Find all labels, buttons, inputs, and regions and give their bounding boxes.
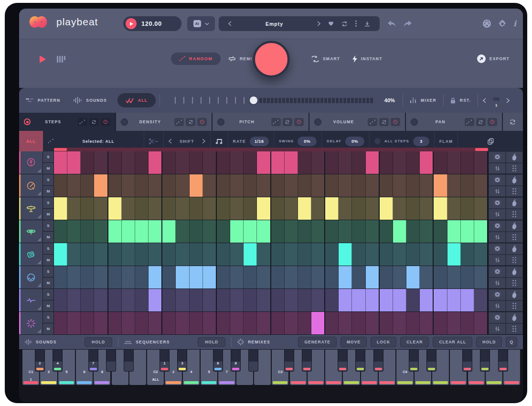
track-3-step-18[interactable] xyxy=(285,197,298,220)
undo-button[interactable] xyxy=(387,20,397,28)
track-7-step-21[interactable] xyxy=(325,289,339,311)
track-6-step-6[interactable] xyxy=(122,266,135,288)
tab-knob-icon[interactable] xyxy=(314,118,321,126)
track-4-step-18[interactable] xyxy=(285,220,298,243)
track-1-step-20[interactable] xyxy=(311,151,325,174)
track-6-step-3[interactable] xyxy=(81,266,94,288)
midi-settings-icon[interactable] xyxy=(482,19,491,28)
track-4-step-23[interactable] xyxy=(352,220,365,243)
page-prev-icon[interactable] xyxy=(483,98,486,103)
drag-dots-button[interactable] xyxy=(506,278,523,289)
track-3-step-5[interactable] xyxy=(108,197,122,220)
track-6-step-10[interactable] xyxy=(176,266,189,288)
track-1-step-19[interactable] xyxy=(298,151,311,174)
track-1-step-11[interactable] xyxy=(190,151,203,174)
drag-dots-button[interactable] xyxy=(506,255,523,266)
track-expand-triangle[interactable] xyxy=(37,169,41,172)
track-3-step-20[interactable] xyxy=(311,197,325,220)
track-2-step-20[interactable] xyxy=(311,174,325,197)
sounds-hold-button[interactable]: HOLD xyxy=(85,337,112,347)
black-key-G#4[interactable] xyxy=(480,349,490,372)
track-7-step-13[interactable] xyxy=(217,289,230,311)
track-8-step-7[interactable] xyxy=(135,312,149,334)
track-6-step-15[interactable] xyxy=(244,266,257,288)
track-5-icon-cell[interactable] xyxy=(19,243,43,266)
track-5-step-12[interactable] xyxy=(203,243,217,266)
track-5-step-14[interactable] xyxy=(230,243,244,266)
track-5-step-22[interactable] xyxy=(339,243,352,266)
track-4-step-4[interactable] xyxy=(94,220,108,243)
track-6-step-13[interactable] xyxy=(217,266,230,288)
track-8-step-2[interactable] xyxy=(67,312,81,334)
lock-button[interactable]: LOCK xyxy=(371,337,396,347)
black-key-C#4[interactable] xyxy=(409,349,419,372)
track-1-step-14[interactable] xyxy=(230,151,244,174)
track-6-step-31[interactable] xyxy=(461,266,474,288)
drag-dots-button[interactable] xyxy=(506,186,523,197)
clear-row-button[interactable] xyxy=(489,174,506,186)
track-7-step-9[interactable] xyxy=(162,289,176,311)
track-5-step-15[interactable] xyxy=(244,243,257,266)
track-4-step-12[interactable] xyxy=(203,220,217,243)
generate-button[interactable]: GENERATE xyxy=(298,337,337,347)
track-5-step-5[interactable] xyxy=(108,243,122,266)
track-8-step-5[interactable] xyxy=(108,312,122,334)
track-1-step-12[interactable] xyxy=(203,151,217,174)
track-5-step-27[interactable] xyxy=(406,243,420,266)
track-6-step-22[interactable] xyxy=(339,266,352,288)
track-1-step-28[interactable] xyxy=(420,151,434,174)
drag-dots-button[interactable] xyxy=(506,163,523,174)
track-5-step-20[interactable] xyxy=(311,243,325,266)
track-2-step-11[interactable] xyxy=(190,174,203,197)
track-2-step-6[interactable] xyxy=(122,174,135,197)
track-6-step-16[interactable] xyxy=(257,266,271,288)
track-5-step-16[interactable] xyxy=(257,243,271,266)
track-3-step-6[interactable] xyxy=(122,197,135,220)
track-2-step-5[interactable] xyxy=(108,174,122,197)
track-8-step-13[interactable] xyxy=(217,312,230,334)
track-5-step-10[interactable] xyxy=(176,243,189,266)
track-3-step-30[interactable] xyxy=(447,197,461,220)
track-8-step-17[interactable] xyxy=(271,312,285,334)
track-6-step-2[interactable] xyxy=(67,266,81,288)
tab-randomize-icon[interactable] xyxy=(271,118,281,126)
track-7-step-7[interactable] xyxy=(135,289,149,311)
smart-button[interactable]: SMART xyxy=(311,53,340,65)
track-1-step-5[interactable] xyxy=(108,151,122,174)
track-1-step-29[interactable] xyxy=(434,151,447,174)
main-trigger-button[interactable] xyxy=(253,41,290,78)
track-1-step-17[interactable] xyxy=(271,151,285,174)
instant-button[interactable]: INSTANT xyxy=(352,53,383,65)
black-key-A#3[interactable] xyxy=(373,349,383,372)
flam-label[interactable]: FLAM xyxy=(439,139,453,144)
track-7-step-26[interactable] xyxy=(393,289,406,311)
track-2-step-12[interactable] xyxy=(203,174,217,197)
track-1-step-25[interactable] xyxy=(380,151,393,174)
bpm-value[interactable]: 120.00 xyxy=(141,20,162,27)
track-2-step-13[interactable] xyxy=(217,174,230,197)
track-6-step-7[interactable] xyxy=(135,266,149,288)
track-7-step-18[interactable] xyxy=(285,289,298,311)
track-4-step-30[interactable] xyxy=(447,220,461,243)
track-8-step-30[interactable] xyxy=(447,312,461,334)
track-8-step-28[interactable] xyxy=(420,312,434,334)
black-key-G#3[interactable] xyxy=(355,349,365,372)
shift-left-icon[interactable] xyxy=(169,139,172,144)
black-key-C#3[interactable] xyxy=(284,349,294,372)
track-2-step-26[interactable] xyxy=(393,174,406,197)
track-1-step-13[interactable] xyxy=(217,151,230,174)
track-5-solo-button[interactable]: S xyxy=(43,243,53,255)
track-2-step-2[interactable] xyxy=(67,174,81,197)
track-5-step-29[interactable] xyxy=(434,243,447,266)
track-8-step-12[interactable] xyxy=(203,312,217,334)
track-8-step-22[interactable] xyxy=(339,312,352,334)
track-7-step-15[interactable] xyxy=(244,289,257,311)
track-6-step-12[interactable] xyxy=(203,266,217,288)
track-6-step-30[interactable] xyxy=(447,266,461,288)
track-5-step-26[interactable] xyxy=(393,243,406,266)
track-2-step-29[interactable] xyxy=(434,174,447,197)
track-7-step-25[interactable] xyxy=(380,289,393,311)
preset-name[interactable]: Empty xyxy=(235,21,313,27)
track-5-mute-button[interactable]: M xyxy=(43,255,53,266)
drag-dots-button[interactable] xyxy=(506,209,523,220)
